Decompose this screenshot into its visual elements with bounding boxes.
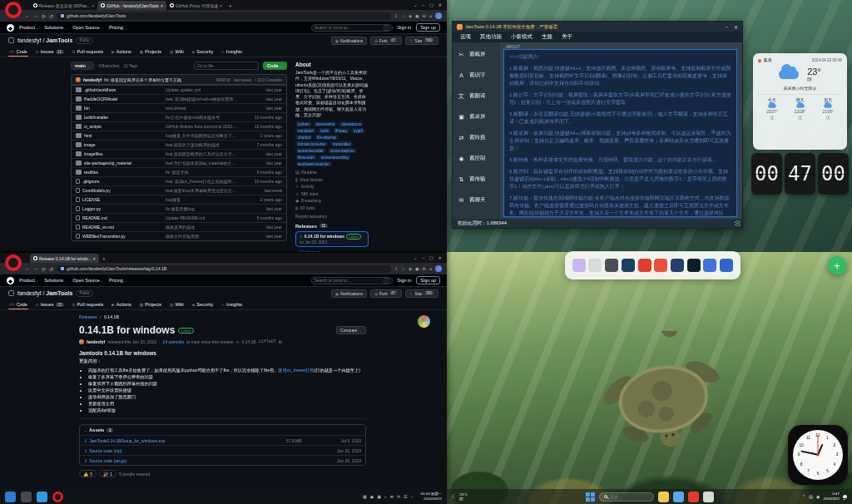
taskbar-app-icon[interactable]	[688, 492, 699, 502]
repo-action-button[interactable]: ☆ Star 580	[405, 37, 438, 45]
toolbar-icon[interactable]: ⊞	[423, 13, 426, 18]
browser-tab[interactable]: Release 意见反馈 (90Pas... ×	[30, 1, 97, 10]
close-button[interactable]: ✕	[734, 24, 738, 30]
topic-chip[interactable]: tools	[318, 128, 331, 133]
latest-release-card[interactable]: ◇ 0.14.1B for windows Latest on Jun 20, …	[295, 231, 369, 247]
topic-chip[interactable]: pyqt5	[351, 128, 365, 133]
sign-in-link[interactable]: Sign in	[398, 278, 412, 283]
dock-app-icon[interactable]	[622, 259, 635, 272]
repo-action-button[interactable]: ☆ Star 580	[405, 289, 438, 298]
tray-icon[interactable]: ☰	[404, 494, 407, 499]
menu-item[interactable]: 选项	[460, 33, 471, 41]
file-row[interactable]: html bug修复,文件传输网页端支持断点下载,支持多线程下载跟下… 2 ye…	[72, 131, 286, 140]
tray-icon[interactable]: ⌕	[384, 494, 387, 500]
toolbar-icon[interactable]: ◉	[415, 13, 419, 18]
close-button[interactable]: ✕	[438, 255, 442, 260]
github-search[interactable]: /	[311, 277, 393, 284]
toolbar-icon[interactable]: ≡	[429, 266, 432, 271]
file-name-link[interactable]: build/installer	[76, 115, 162, 120]
file-name-link[interactable]: .github/workflows	[76, 87, 162, 92]
toolbar-icon[interactable]: ◉	[415, 266, 419, 271]
minimize-button[interactable]: –	[422, 255, 424, 260]
github-nav-item[interactable]: Product ⌄	[19, 25, 38, 30]
file-row[interactable]: WEBfilesTransmitter.py 修改文件传输页面 last yea…	[72, 231, 286, 240]
forward-button[interactable]: →	[33, 266, 38, 271]
topic-chip[interactable]: transmitter	[330, 141, 354, 146]
tab-search-icon[interactable]: ⌄	[414, 255, 417, 260]
tab-search-icon[interactable]: ⌄	[414, 2, 417, 7]
dock-app-icon[interactable]	[572, 259, 586, 272]
repo-tab[interactable]: ◈ Security	[191, 299, 214, 309]
github-search-input[interactable]	[315, 278, 383, 283]
tab-close-icon[interactable]: ×	[93, 256, 96, 261]
repo-tab[interactable]: ⊙ Issues 15	[35, 299, 65, 309]
repo-action-button[interactable]: ◉ Notifications	[331, 289, 368, 298]
topic-chip[interactable]: screenshot	[314, 121, 337, 126]
code-button[interactable]: Code ⌄	[263, 62, 287, 70]
resize-grip[interactable]	[735, 220, 741, 226]
repo-tab[interactable]: ∿ Insights	[220, 47, 243, 57]
tray-icon[interactable]: ⌃	[802, 494, 805, 499]
sidebar-item[interactable]: ✉ 酱聊天	[453, 190, 500, 210]
commit-history-link[interactable]: ◔ 210 Commits	[254, 77, 282, 82]
opera-logo-icon[interactable]	[5, 254, 22, 271]
file-name-link[interactable]: testfiles	[76, 170, 162, 175]
new-tab-button[interactable]: +	[102, 256, 106, 262]
file-row[interactable]: imagefiles feat:添加固定截屏的工具栏以及文字识别结果动画 las…	[72, 149, 286, 158]
repo-action-button[interactable]: ◉ Notifications	[331, 37, 368, 45]
github-search-input[interactable]	[315, 25, 383, 30]
file-row[interactable]: LICENSE bug修复 2 years ago	[72, 195, 286, 204]
releases-link[interactable]: Releases	[79, 314, 97, 319]
topic-chip[interactable]: screenrecording	[319, 155, 351, 160]
topic-chip[interactable]: python	[295, 121, 312, 126]
github-nav-item[interactable]: Open Source ⌄	[72, 25, 103, 30]
opera-logo-icon[interactable]	[5, 2, 22, 18]
topic-chip[interactable]: ffmpeg	[333, 128, 349, 133]
releases-heading[interactable]: Releases 11	[295, 224, 369, 229]
tray-icon[interactable]: ◉	[816, 494, 820, 499]
repo-tab[interactable]: ▤ Wiki	[169, 47, 185, 57]
sign-in-link[interactable]: Sign in	[398, 25, 412, 30]
file-commit-message[interactable]: feat 修复linux多屏幕截屏无法定位正确屏幕	[166, 188, 239, 193]
release-tag[interactable]: 0.14.1B	[241, 339, 255, 344]
taskbar-search-input[interactable]	[610, 494, 649, 499]
sidebar-item[interactable]: ◉ 酱控制	[453, 148, 500, 169]
file-name-link[interactable]: image	[76, 142, 162, 147]
minimize-button[interactable]: –	[422, 2, 424, 7]
commit-message[interactable]: fix: 修复固定截屏在多个屏幕时位置不正确	[104, 77, 214, 82]
taskbar-clock[interactable]: 0:47 2024/4/22	[823, 492, 840, 501]
branches-link[interactable]: 4 Branches	[98, 63, 119, 68]
file-name-link[interactable]: bin	[76, 106, 162, 111]
repo-name-link[interactable]: JamTools	[46, 37, 72, 43]
file-commit-message[interactable]: feat:添加固定截屏的工具栏以及文字识别结果动画	[166, 151, 239, 156]
repo-owner-link[interactable]: fandesfyf	[17, 290, 41, 296]
dock-app-icon[interactable]	[654, 259, 667, 272]
start-button[interactable]	[586, 492, 595, 502]
tray-icon[interactable]: ▣	[377, 494, 381, 499]
reaction-pill[interactable]: 🎉 1	[99, 470, 116, 477]
tray-icon[interactable]: ◉	[370, 494, 374, 499]
file-row[interactable]: ci_scripts GitHub Actions Auto commit at…	[72, 121, 286, 131]
file-commit-message[interactable]: feat: 添加快捷键ctrl+alt+s快捷设置菜单区域	[166, 96, 239, 101]
reload-button[interactable]: ⟳	[42, 266, 46, 272]
file-commit-message[interactable]: feat:添加关于滚动截屏的描述	[166, 142, 239, 147]
release-author[interactable]: fandesfyf	[87, 339, 105, 344]
compare-button[interactable]: Compare ⌄	[336, 326, 366, 334]
file-commit-message[interactable]: bug修复,文件传输网页端支持断点下载,支持多线程下载跟下…	[166, 133, 239, 138]
file-commit-message[interactable]: test:chmod	[166, 106, 239, 111]
github-logo-icon[interactable]	[7, 277, 14, 284]
file-row[interactable]: PaddleOCRModel feat: 添加快捷键ctrl+alt+s快捷设置…	[72, 94, 286, 103]
minimize-button[interactable]: –	[726, 24, 728, 30]
menu-item[interactable]: 其他功能	[480, 33, 502, 41]
menu-item[interactable]: 主题	[542, 33, 552, 41]
browser-tab[interactable]: Release 0.14.1B for windo... ×	[30, 254, 99, 263]
file-commit-message[interactable]: fix:打包中修改nsis脚本版本号	[166, 115, 239, 120]
dock-app-icon[interactable]	[638, 259, 651, 272]
taskbar-app-icon[interactable]	[658, 492, 669, 502]
github-nav-item[interactable]: Product ⌄	[19, 278, 38, 283]
reload-button[interactable]: ⟳	[42, 13, 46, 19]
weather-widget[interactable]: 集美 2024-04-22 00:46 23° 阴 未来两小时无降水 今天 22…	[753, 53, 847, 150]
taskbar-app-icon[interactable]	[673, 492, 684, 502]
taskbar-app-icon[interactable]	[703, 492, 714, 502]
taskbar-app-icon[interactable]	[37, 492, 47, 502]
